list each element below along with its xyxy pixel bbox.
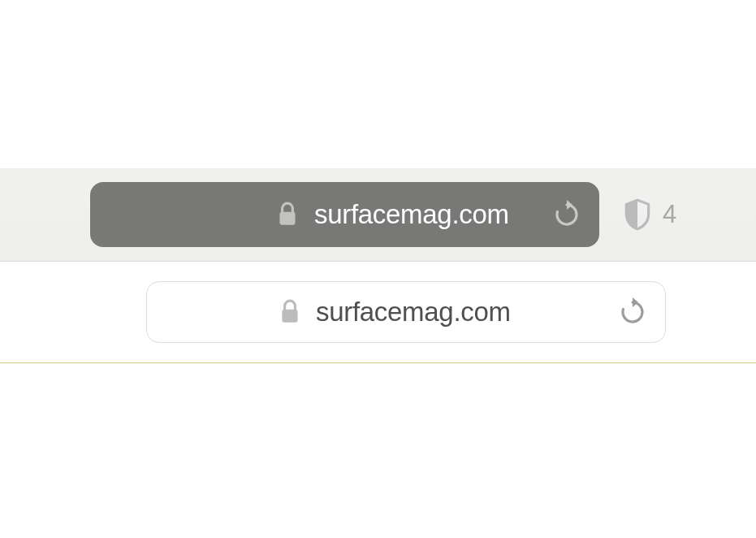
reload-button[interactable] [620,297,646,327]
reload-button[interactable] [554,200,580,229]
lock-icon [277,202,298,228]
lock-icon [279,299,300,325]
svg-rect-1 [282,310,297,323]
top-spacer [0,0,756,168]
address-bar-secondary[interactable]: surfacemag.com [146,281,666,343]
address-bar-active[interactable]: surfacemag.com [90,182,599,247]
privacy-report[interactable]: 4 [624,198,676,231]
shield-icon [624,198,651,231]
divider-line [0,362,756,363]
address-url-text: surfacemag.com [314,199,509,230]
svg-rect-0 [279,212,295,225]
tracker-count: 4 [663,200,676,229]
browser-toolbar: surfacemag.com 4 [0,168,756,262]
address-url-text: surfacemag.com [316,297,511,328]
